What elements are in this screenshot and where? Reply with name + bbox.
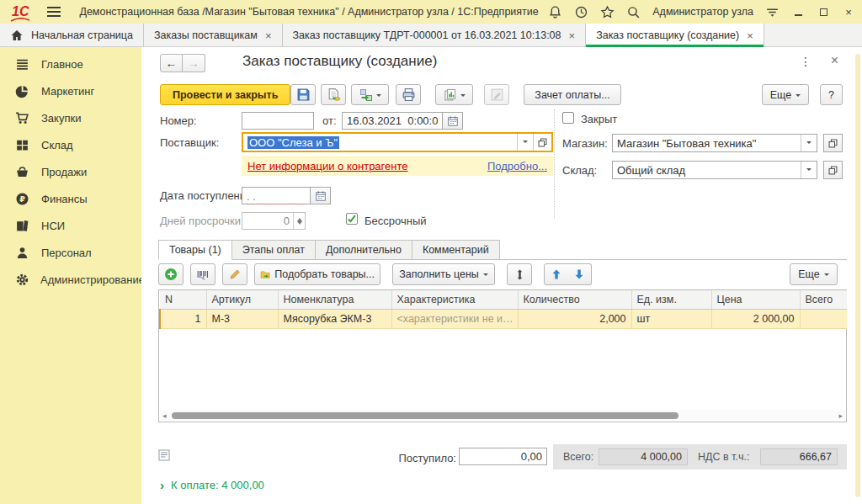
sidebar-item-personnel[interactable]: Персонал	[0, 239, 141, 266]
nav-forward-button[interactable]: →	[183, 54, 205, 72]
col-price[interactable]: Цена	[711, 290, 800, 310]
favorites-star-icon[interactable]	[600, 5, 615, 19]
calendar-button[interactable]	[443, 112, 463, 130]
sidebar-item-administration[interactable]: Администрирование	[0, 266, 141, 293]
scrollbar-thumb[interactable]	[172, 412, 678, 419]
payment-offset-button[interactable]: Зачет оплаты...	[524, 84, 621, 105]
perpetual-checkbox[interactable]	[346, 213, 358, 225]
to-pay-link[interactable]: › К оплате: 4 000,00	[160, 478, 264, 492]
sidebar-item-purchases[interactable]: Закупки	[0, 104, 141, 131]
receipt-date-input[interactable]: . .	[242, 187, 311, 204]
tab-supplier-order-saved[interactable]: Заказ поставщику ТДРТ-000001 от 16.03.20…	[283, 24, 587, 47]
document-date-input[interactable]	[342, 112, 443, 130]
col-total[interactable]: Всего	[800, 290, 847, 310]
sidebar-item-sales[interactable]: Продажи	[0, 158, 141, 185]
save-button[interactable]	[290, 84, 316, 105]
create-based-on-button[interactable]	[351, 84, 389, 105]
col-article[interactable]: Артикул	[206, 290, 278, 310]
sidebar-item-warehouse[interactable]: Склад	[0, 131, 141, 158]
supplier-dropdown-button[interactable]	[517, 134, 533, 151]
supplier-open-button[interactable]	[533, 134, 551, 151]
tab-additional[interactable]: Дополнительно	[315, 240, 412, 259]
reports-button[interactable]	[435, 84, 473, 105]
shop-dropdown-button[interactable]	[801, 135, 817, 151]
tab-supplier-order-new[interactable]: Заказ поставщику (создание) ×	[586, 24, 764, 47]
edit-attachment-button[interactable]	[484, 84, 509, 105]
scroll-right-arrow-icon[interactable]: ▸	[838, 411, 843, 420]
footer-list-icon[interactable]	[158, 449, 170, 461]
warehouse-combobox[interactable]: Общий склад	[612, 161, 817, 179]
sidebar-item-masterdata[interactable]: НСИ	[0, 212, 141, 239]
main-menu-icon[interactable]	[47, 4, 61, 19]
col-nomenclature[interactable]: Номенклатура	[278, 290, 391, 310]
tab-payment-stages[interactable]: Этапы оплат	[231, 240, 316, 259]
add-row-button[interactable]	[158, 263, 184, 285]
overdue-days-stepper[interactable]: 0	[242, 212, 306, 230]
form-menu-kebab-icon[interactable]: ⋮	[800, 55, 811, 68]
details-link[interactable]: Подробно...	[487, 160, 547, 172]
sidebar-item-main[interactable]: Главное	[0, 50, 141, 77]
search-icon[interactable]	[626, 5, 641, 19]
receipt-calendar-button[interactable]	[311, 187, 331, 204]
notifications-bell-icon[interactable]	[548, 5, 562, 19]
move-row-down-button[interactable]	[567, 263, 592, 285]
sidebar-item-marketing[interactable]: Маркетинг	[0, 77, 141, 104]
pick-goods-button[interactable]: Подобрать товары...	[254, 263, 380, 285]
cell-price[interactable]: 2 000,00	[711, 310, 800, 329]
history-icon[interactable]	[574, 5, 588, 19]
cell-quantity[interactable]: 2,000	[518, 310, 631, 329]
dropdown-caret	[376, 94, 381, 99]
col-quantity[interactable]: Количество	[518, 290, 631, 310]
scroll-left-arrow-icon[interactable]: ◂	[162, 411, 167, 420]
tab-close-icon[interactable]: ×	[747, 30, 753, 41]
vat-label: НДС в т.ч.:	[698, 451, 749, 463]
tab-comment[interactable]: Комментарий	[412, 240, 500, 259]
minimize-button[interactable]	[791, 5, 805, 19]
tab-close-icon[interactable]: ×	[569, 30, 576, 41]
warehouse-open-button[interactable]	[823, 161, 843, 179]
col-n[interactable]: N	[160, 290, 206, 310]
connection-settings-icon[interactable]	[765, 5, 780, 19]
tab-close-icon[interactable]: ×	[265, 30, 272, 41]
current-user[interactable]: Администратор узла	[652, 6, 753, 18]
cell-total[interactable]	[800, 310, 847, 329]
warehouse-dropdown-button[interactable]	[801, 162, 817, 178]
cell-n[interactable]: 1	[160, 310, 206, 329]
help-button[interactable]: ?	[820, 84, 843, 105]
stepper-arrows[interactable]	[293, 213, 305, 229]
cell-characteristic[interactable]: <характеристики не и…	[391, 310, 518, 329]
form-close-icon[interactable]: ×	[831, 53, 838, 68]
sidebar-item-finance[interactable]: ₽ Финансы	[0, 185, 141, 212]
barcode-scan-button[interactable]	[190, 263, 216, 285]
edit-row-button[interactable]	[222, 263, 247, 285]
no-counterparty-info-link[interactable]: Нет информации о контрагенте	[247, 160, 408, 172]
post-document-button[interactable]	[321, 84, 346, 105]
move-row-up-button[interactable]	[544, 263, 569, 285]
cell-unit[interactable]: шт	[631, 310, 711, 329]
closed-checkbox[interactable]	[562, 112, 574, 124]
post-and-close-button[interactable]: Провести и закрыть	[160, 84, 290, 105]
shop-combobox[interactable]: Магазин "Бытовая техника"	[612, 134, 817, 152]
col-unit[interactable]: Ед. изм.	[631, 290, 711, 310]
table-horizontal-scrollbar[interactable]: ◂ ▸	[160, 410, 845, 421]
close-window-button[interactable]: ×	[842, 5, 855, 19]
number-input[interactable]	[242, 112, 314, 130]
form-vertical-scrollbar[interactable]	[855, 54, 860, 497]
expand-rows-button[interactable]	[507, 263, 532, 285]
received-input[interactable]	[459, 448, 547, 465]
cell-article[interactable]: М-3	[206, 310, 278, 329]
tab-supplier-orders-list[interactable]: Заказы поставщикам ×	[144, 24, 283, 47]
fill-prices-button[interactable]: Заполнить цены	[392, 263, 495, 285]
table-more-button[interactable]: Еще	[790, 263, 838, 285]
maximize-button[interactable]	[817, 5, 830, 19]
cell-nomenclature[interactable]: Мясорубка ЭКМ-3	[278, 310, 391, 329]
tab-goods[interactable]: Товары (1)	[158, 240, 232, 260]
form-more-button[interactable]: Еще	[762, 84, 809, 105]
col-characteristic[interactable]: Характеристика	[391, 290, 518, 310]
nav-back-button[interactable]: ←	[160, 54, 183, 72]
shop-open-button[interactable]	[823, 134, 843, 152]
table-row[interactable]: 1 М-3 Мясорубка ЭКМ-3 <характеристики не…	[160, 310, 847, 329]
supplier-combobox[interactable]: ООО "Слеза и Ъ"	[242, 132, 553, 152]
tab-home[interactable]: Начальная страница	[0, 24, 144, 47]
print-button[interactable]	[396, 84, 421, 105]
